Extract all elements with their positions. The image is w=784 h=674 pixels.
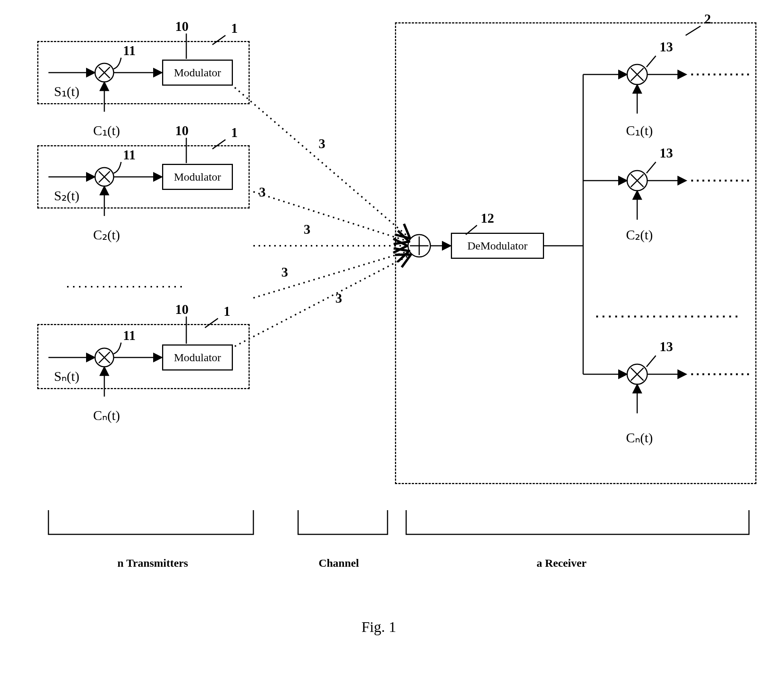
svg-line-40 [254, 252, 408, 298]
svg-line-41 [235, 255, 410, 346]
svg-line-60 [647, 356, 656, 367]
svg-line-35 [205, 318, 218, 328]
mult-tx2-icon [95, 168, 114, 186]
mult-txn-icon [95, 348, 114, 367]
mult-rxn-icon [627, 364, 647, 384]
mult-tx1-icon [95, 63, 114, 82]
svg-line-58 [647, 56, 656, 67]
svg-line-59 [647, 162, 656, 173]
svg-line-38 [254, 192, 408, 241]
diagram-svg [15, 15, 769, 659]
mult-rx1-icon [627, 64, 647, 84]
mult-rx2-icon [627, 171, 647, 191]
svg-line-25 [212, 36, 226, 45]
summer-icon [408, 235, 430, 257]
svg-line-30 [212, 140, 226, 149]
svg-line-62 [466, 225, 477, 235]
diagram-canvas: Modulator Modulator Modulator DeModulato… [15, 15, 769, 659]
svg-line-37 [235, 87, 409, 238]
svg-line-61 [686, 26, 700, 36]
